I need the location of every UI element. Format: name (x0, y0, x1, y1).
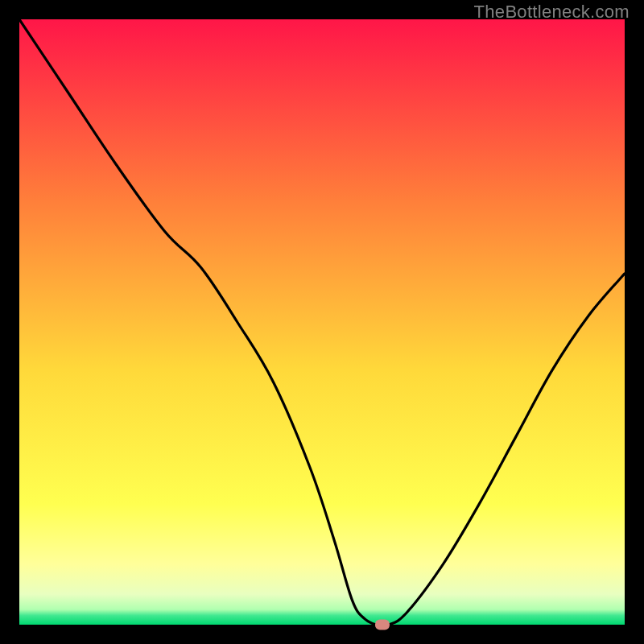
watermark-text: TheBottleneck.com (474, 2, 630, 23)
bottleneck-curve (19, 19, 625, 625)
chart-frame (19, 19, 625, 625)
optimal-marker (375, 620, 390, 630)
